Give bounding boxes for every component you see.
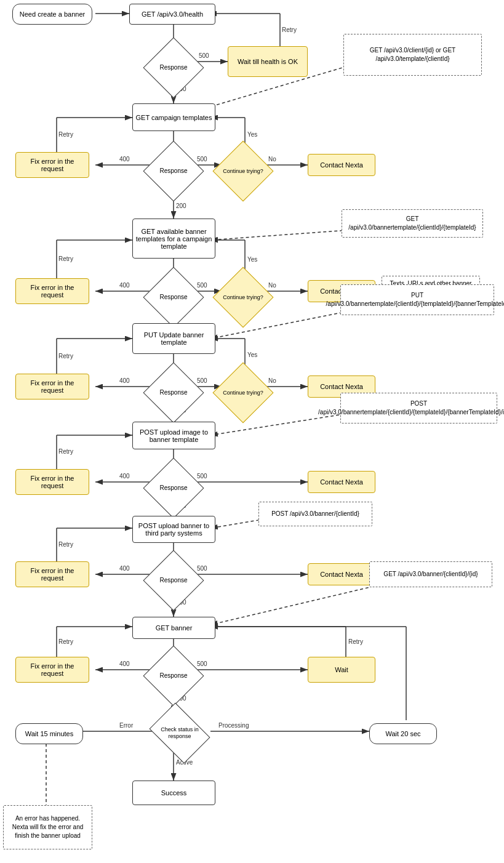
fix-error6-node: Fix error in the request xyxy=(15,657,89,683)
response4-diamond: Response xyxy=(152,371,195,414)
put-update-label: PUT Update banner template xyxy=(135,331,212,346)
wait-node: Wait xyxy=(308,657,375,683)
svg-text:500: 500 xyxy=(197,377,207,384)
svg-text:Retry: Retry xyxy=(348,638,363,645)
fix-error2-node: Fix error in the request xyxy=(15,278,89,304)
svg-text:Yes: Yes xyxy=(247,351,257,358)
put-update-node: PUT Update banner template xyxy=(132,323,215,354)
continue3-label: Continue trying? xyxy=(223,390,263,396)
svg-text:No: No xyxy=(268,282,276,289)
fix-error4-label: Fix error in the request xyxy=(18,475,86,489)
svg-text:200: 200 xyxy=(176,203,186,209)
svg-text:Yes: Yes xyxy=(247,131,257,138)
response6-diamond: Response xyxy=(152,559,195,602)
flowchart-diagram: 500 Retry 200 400 Retry 500 Yes No 200 xyxy=(0,0,504,863)
svg-text:500: 500 xyxy=(197,660,207,667)
wait-20-label: Wait 20 sec xyxy=(385,730,420,737)
get-health-node: GET /api/v3.0/health xyxy=(129,4,215,25)
response3-diamond: Response xyxy=(152,276,195,319)
svg-text:No: No xyxy=(268,377,276,384)
response1-diamond: Response xyxy=(152,46,195,89)
response7-label: Response xyxy=(159,672,187,680)
health-api-label: GET /api/v3.0/health xyxy=(142,10,203,18)
wait-15-label: Wait 15 minutes xyxy=(25,730,73,737)
post-banner-api-note: POST /api/v3.0/banner/{clientId} xyxy=(258,502,372,526)
svg-text:Retry: Retry xyxy=(58,353,73,359)
svg-text:400: 400 xyxy=(119,282,130,289)
svg-text:400: 400 xyxy=(119,660,130,667)
svg-text:400: 400 xyxy=(119,473,130,480)
post-upload-banner-label: POST upload banner to third party system… xyxy=(135,522,212,537)
fix-error5-node: Fix error in the request xyxy=(15,561,89,587)
continue2-diamond: Continue trying? xyxy=(222,276,265,319)
success-label: Success xyxy=(161,789,187,797)
get-banner-api-note: GET /api/v3.0/banner/{clientId}/{id} xyxy=(369,561,492,587)
post-upload-image-label: POST upload image to banner template xyxy=(135,428,212,443)
svg-text:Processing: Processing xyxy=(218,722,249,729)
fix-error1-label: Fix error in the request xyxy=(18,158,86,172)
response2-diamond: Response xyxy=(152,150,195,193)
contact-nexta4-node: Contact Nexta xyxy=(308,471,375,493)
fix-error3-label: Fix error in the request xyxy=(18,379,86,394)
svg-text:500: 500 xyxy=(197,565,207,572)
get-campaign-node: GET campaign templates xyxy=(132,103,215,131)
continue3-diamond: Continue trying? xyxy=(222,371,265,414)
response3-label: Response xyxy=(159,294,187,301)
wait-health-label: Wait till health is OK xyxy=(238,58,298,65)
campaign-api-note: GET /api/v3.0/bannertemplate/{clientId}/… xyxy=(342,209,483,238)
contact-nexta1-node: Contact Nexta xyxy=(308,154,375,176)
error-note-label: An error has happened. Nexta will fix th… xyxy=(7,814,88,840)
contact-nexta4-label: Contact Nexta xyxy=(320,478,363,486)
fix-error4-node: Fix error in the request xyxy=(15,469,89,495)
svg-text:500: 500 xyxy=(199,52,209,59)
contact-nexta5-node: Contact Nexta xyxy=(308,563,375,585)
fix-error6-label: Fix error in the request xyxy=(18,662,86,677)
svg-text:500: 500 xyxy=(197,156,207,163)
svg-text:500: 500 xyxy=(197,282,207,289)
svg-text:No: No xyxy=(268,156,276,163)
get-campaign-label: GET campaign templates xyxy=(136,114,212,121)
contact-nexta1-label: Contact Nexta xyxy=(320,161,363,169)
campaign-api-note-text: GET /api/v3.0/bannertemplate/{clientId}/… xyxy=(347,215,478,232)
svg-text:Retry: Retry xyxy=(58,131,73,138)
response2-label: Response xyxy=(159,167,187,175)
fix-error5-label: Fix error in the request xyxy=(18,567,86,582)
get-banner-label: GET banner xyxy=(156,624,193,632)
response5-diamond: Response xyxy=(152,467,195,510)
svg-text:Retry: Retry xyxy=(282,26,297,33)
svg-text:Retry: Retry xyxy=(58,638,73,645)
start-label: Need create a banner xyxy=(20,10,85,18)
health-api-note-text: GET /api/v3.0/client/{id} or GET /api/v3… xyxy=(349,46,476,63)
post-banner-api-note-text: POST /api/v3.0/banner/{clientId} xyxy=(271,510,359,518)
health-api-note: GET /api/v3.0/client/{id} or GET /api/v3… xyxy=(343,34,482,76)
svg-text:500: 500 xyxy=(197,473,207,480)
success-node: Success xyxy=(132,781,215,805)
wait-node-label: Wait xyxy=(335,666,348,673)
response7-diamond: Response xyxy=(152,654,195,697)
svg-text:Yes: Yes xyxy=(247,256,257,263)
wait-15-node: Wait 15 minutes xyxy=(15,723,83,744)
fix-error1-node: Fix error in the request xyxy=(15,152,89,178)
svg-text:Error: Error xyxy=(119,722,134,729)
put-api-note-text: PUT /api/v3.0/bannertemplate/{clientId}/… xyxy=(326,291,504,308)
fix-error3-node: Fix error in the request xyxy=(15,374,89,399)
error-note-node: An error has happened. Nexta will fix th… xyxy=(3,805,92,849)
post-upload-image-node: POST upload image to banner template xyxy=(132,422,215,449)
svg-text:400: 400 xyxy=(119,377,130,384)
contact-nexta5-label: Contact Nexta xyxy=(320,571,363,578)
post-image-api-note: POST /api/v3.0/bannertemplate/{clientId}… xyxy=(340,393,497,423)
svg-text:400: 400 xyxy=(119,565,130,572)
get-banner-api-note-text: GET /api/v3.0/banner/{clientId}/{id} xyxy=(383,570,478,579)
continue1-label: Continue trying? xyxy=(223,168,263,175)
contact-nexta3-label: Contact Nexta xyxy=(320,383,363,390)
continue1-diamond: Continue trying? xyxy=(222,150,265,193)
post-upload-banner-node: POST upload banner to third party system… xyxy=(132,516,215,543)
get-available-node: GET available banner templates for a cam… xyxy=(132,219,215,259)
response4-label: Response xyxy=(159,389,187,396)
response1-label: Response xyxy=(159,64,187,71)
response5-label: Response xyxy=(159,484,187,492)
svg-text:Retry: Retry xyxy=(58,448,73,455)
svg-text:400: 400 xyxy=(119,156,130,163)
response6-label: Response xyxy=(159,577,187,584)
get-banner-node: GET banner xyxy=(132,617,215,639)
